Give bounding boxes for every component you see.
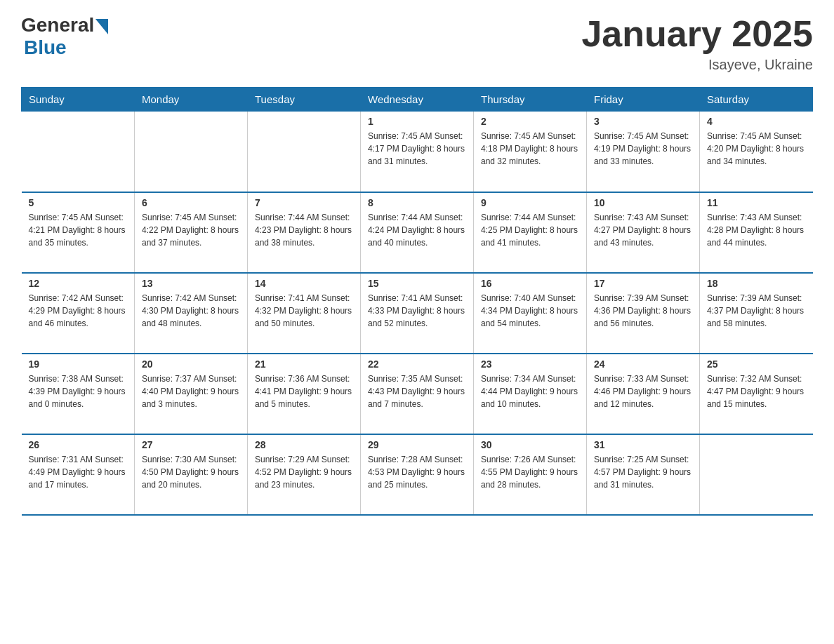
day-number: 8 xyxy=(368,197,466,208)
day-info: Sunrise: 7:45 AM Sunset: 4:18 PM Dayligh… xyxy=(481,130,579,168)
day-cell: 5Sunrise: 7:45 AM Sunset: 4:21 PM Daylig… xyxy=(22,192,135,273)
day-number: 4 xyxy=(707,116,806,127)
day-cell: 11Sunrise: 7:43 AM Sunset: 4:28 PM Dayli… xyxy=(700,192,813,273)
day-info: Sunrise: 7:44 AM Sunset: 4:25 PM Dayligh… xyxy=(481,211,579,249)
title-block: January 2025 Isayeve, Ukraine xyxy=(581,14,813,73)
day-info: Sunrise: 7:31 AM Sunset: 4:49 PM Dayligh… xyxy=(29,453,128,491)
day-info: Sunrise: 7:35 AM Sunset: 4:43 PM Dayligh… xyxy=(368,373,466,410)
day-cell xyxy=(248,112,361,192)
day-number: 11 xyxy=(707,197,806,208)
day-number: 27 xyxy=(142,439,240,450)
day-info: Sunrise: 7:29 AM Sunset: 4:52 PM Dayligh… xyxy=(255,453,353,491)
week-row-5: 26Sunrise: 7:31 AM Sunset: 4:49 PM Dayli… xyxy=(22,434,813,515)
day-number: 5 xyxy=(29,197,128,208)
day-number: 17 xyxy=(594,278,692,289)
day-cell: 16Sunrise: 7:40 AM Sunset: 4:34 PM Dayli… xyxy=(474,273,587,354)
day-info: Sunrise: 7:41 AM Sunset: 4:33 PM Dayligh… xyxy=(368,292,466,330)
day-cell: 26Sunrise: 7:31 AM Sunset: 4:49 PM Dayli… xyxy=(22,434,135,515)
day-info: Sunrise: 7:42 AM Sunset: 4:30 PM Dayligh… xyxy=(142,292,240,330)
day-number: 23 xyxy=(481,358,579,370)
day-info: Sunrise: 7:45 AM Sunset: 4:22 PM Dayligh… xyxy=(142,211,240,249)
day-info: Sunrise: 7:33 AM Sunset: 4:46 PM Dayligh… xyxy=(594,373,692,410)
day-cell: 17Sunrise: 7:39 AM Sunset: 4:36 PM Dayli… xyxy=(587,273,700,354)
day-cell xyxy=(22,112,135,192)
day-number: 25 xyxy=(707,358,806,370)
week-row-4: 19Sunrise: 7:38 AM Sunset: 4:39 PM Dayli… xyxy=(22,354,813,434)
day-cell: 1Sunrise: 7:45 AM Sunset: 4:17 PM Daylig… xyxy=(361,112,474,192)
day-number: 18 xyxy=(707,278,806,289)
day-cell: 22Sunrise: 7:35 AM Sunset: 4:43 PM Dayli… xyxy=(361,354,474,434)
day-number: 24 xyxy=(594,358,692,370)
day-cell: 14Sunrise: 7:41 AM Sunset: 4:32 PM Dayli… xyxy=(248,273,361,354)
header-wednesday: Wednesday xyxy=(361,88,474,112)
day-number: 2 xyxy=(481,116,579,127)
calendar-table: SundayMondayTuesdayWednesdayThursdayFrid… xyxy=(21,87,813,516)
day-info: Sunrise: 7:25 AM Sunset: 4:57 PM Dayligh… xyxy=(594,453,692,491)
header-thursday: Thursday xyxy=(474,88,587,112)
main-title: January 2025 xyxy=(581,14,813,54)
day-cell xyxy=(700,434,813,515)
day-number: 19 xyxy=(29,358,128,370)
day-number: 30 xyxy=(481,439,579,450)
day-cell xyxy=(135,112,248,192)
day-info: Sunrise: 7:45 AM Sunset: 4:17 PM Dayligh… xyxy=(368,130,466,168)
day-info: Sunrise: 7:36 AM Sunset: 4:41 PM Dayligh… xyxy=(255,373,353,410)
day-number: 20 xyxy=(142,358,240,370)
day-info: Sunrise: 7:30 AM Sunset: 4:50 PM Dayligh… xyxy=(142,453,240,491)
day-info: Sunrise: 7:28 AM Sunset: 4:53 PM Dayligh… xyxy=(368,453,466,491)
day-number: 28 xyxy=(255,439,353,450)
day-cell: 18Sunrise: 7:39 AM Sunset: 4:37 PM Dayli… xyxy=(700,273,813,354)
day-cell: 10Sunrise: 7:43 AM Sunset: 4:27 PM Dayli… xyxy=(587,192,700,273)
day-info: Sunrise: 7:43 AM Sunset: 4:28 PM Dayligh… xyxy=(707,211,806,249)
day-cell: 12Sunrise: 7:42 AM Sunset: 4:29 PM Dayli… xyxy=(22,273,135,354)
day-info: Sunrise: 7:38 AM Sunset: 4:39 PM Dayligh… xyxy=(29,373,128,410)
day-info: Sunrise: 7:42 AM Sunset: 4:29 PM Dayligh… xyxy=(29,292,128,330)
logo-triangle-icon xyxy=(95,19,108,34)
day-info: Sunrise: 7:40 AM Sunset: 4:34 PM Dayligh… xyxy=(481,292,579,330)
day-cell: 30Sunrise: 7:26 AM Sunset: 4:55 PM Dayli… xyxy=(474,434,587,515)
logo-general-text: General xyxy=(21,14,94,36)
day-cell: 29Sunrise: 7:28 AM Sunset: 4:53 PM Dayli… xyxy=(361,434,474,515)
day-number: 31 xyxy=(594,439,692,450)
header-sunday: Sunday xyxy=(22,88,135,112)
day-cell: 27Sunrise: 7:30 AM Sunset: 4:50 PM Dayli… xyxy=(135,434,248,515)
day-info: Sunrise: 7:39 AM Sunset: 4:37 PM Dayligh… xyxy=(707,292,806,330)
day-info: Sunrise: 7:44 AM Sunset: 4:23 PM Dayligh… xyxy=(255,211,353,249)
day-info: Sunrise: 7:45 AM Sunset: 4:19 PM Dayligh… xyxy=(594,130,692,168)
week-row-3: 12Sunrise: 7:42 AM Sunset: 4:29 PM Dayli… xyxy=(22,273,813,354)
day-cell: 24Sunrise: 7:33 AM Sunset: 4:46 PM Dayli… xyxy=(587,354,700,434)
day-cell: 21Sunrise: 7:36 AM Sunset: 4:41 PM Dayli… xyxy=(248,354,361,434)
day-number: 1 xyxy=(368,116,466,127)
day-info: Sunrise: 7:32 AM Sunset: 4:47 PM Dayligh… xyxy=(707,373,806,410)
day-cell: 8Sunrise: 7:44 AM Sunset: 4:24 PM Daylig… xyxy=(361,192,474,273)
day-info: Sunrise: 7:44 AM Sunset: 4:24 PM Dayligh… xyxy=(368,211,466,249)
days-header-row: SundayMondayTuesdayWednesdayThursdayFrid… xyxy=(22,88,813,112)
day-info: Sunrise: 7:26 AM Sunset: 4:55 PM Dayligh… xyxy=(481,453,579,491)
day-cell: 25Sunrise: 7:32 AM Sunset: 4:47 PM Dayli… xyxy=(700,354,813,434)
day-cell: 7Sunrise: 7:44 AM Sunset: 4:23 PM Daylig… xyxy=(248,192,361,273)
day-info: Sunrise: 7:45 AM Sunset: 4:20 PM Dayligh… xyxy=(707,130,806,168)
day-number: 14 xyxy=(255,278,353,289)
day-cell: 2Sunrise: 7:45 AM Sunset: 4:18 PM Daylig… xyxy=(474,112,587,192)
day-number: 7 xyxy=(255,197,353,208)
page-header: General Blue January 2025 Isayeve, Ukrai… xyxy=(21,14,813,73)
week-row-2: 5Sunrise: 7:45 AM Sunset: 4:21 PM Daylig… xyxy=(22,192,813,273)
day-cell: 6Sunrise: 7:45 AM Sunset: 4:22 PM Daylig… xyxy=(135,192,248,273)
day-number: 22 xyxy=(368,358,466,370)
day-cell: 15Sunrise: 7:41 AM Sunset: 4:33 PM Dayli… xyxy=(361,273,474,354)
subtitle: Isayeve, Ukraine xyxy=(581,57,813,73)
day-info: Sunrise: 7:43 AM Sunset: 4:27 PM Dayligh… xyxy=(594,211,692,249)
day-number: 12 xyxy=(29,278,128,289)
day-cell: 13Sunrise: 7:42 AM Sunset: 4:30 PM Dayli… xyxy=(135,273,248,354)
day-info: Sunrise: 7:41 AM Sunset: 4:32 PM Dayligh… xyxy=(255,292,353,330)
day-info: Sunrise: 7:34 AM Sunset: 4:44 PM Dayligh… xyxy=(481,373,579,410)
day-cell: 4Sunrise: 7:45 AM Sunset: 4:20 PM Daylig… xyxy=(700,112,813,192)
day-cell: 31Sunrise: 7:25 AM Sunset: 4:57 PM Dayli… xyxy=(587,434,700,515)
day-info: Sunrise: 7:37 AM Sunset: 4:40 PM Dayligh… xyxy=(142,373,240,410)
logo: General Blue xyxy=(21,14,108,59)
day-info: Sunrise: 7:45 AM Sunset: 4:21 PM Dayligh… xyxy=(29,211,128,249)
day-number: 10 xyxy=(594,197,692,208)
header-tuesday: Tuesday xyxy=(248,88,361,112)
day-number: 13 xyxy=(142,278,240,289)
day-cell: 28Sunrise: 7:29 AM Sunset: 4:52 PM Dayli… xyxy=(248,434,361,515)
